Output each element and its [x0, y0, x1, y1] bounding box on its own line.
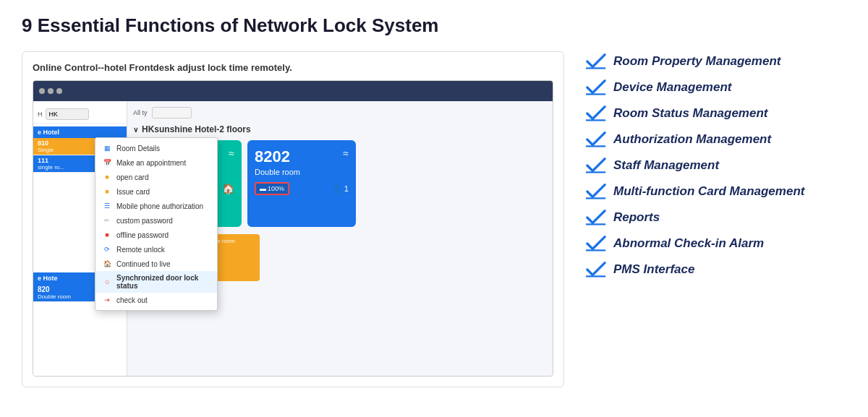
cm-room-details-icon: ▦ — [103, 144, 111, 152]
hotel-group-header-1: e Hotel — [33, 126, 127, 138]
feature-label-reports: Reports — [613, 210, 660, 225]
feature-reports: Reports — [586, 207, 846, 228]
left-panel: Online Control--hotel Frontdesk adjust l… — [22, 51, 564, 387]
hotel-sidebar: H e Hotel 810 Single 111 single ro... — [33, 101, 127, 376]
checkmark-icon-room-status — [586, 103, 606, 124]
hotel-main-area: H e Hotel 810 Single 111 single ro... — [33, 101, 553, 376]
feature-multifunction-card: Multi-function Card Management — [586, 181, 846, 202]
cm-checkout[interactable]: ⇥ check out — [95, 293, 217, 307]
feature-abnormal-checkin: Abnormal Check-in Alarm — [586, 233, 846, 254]
checkmark-icon-staff — [586, 155, 606, 176]
room-type-8202: Double room — [255, 168, 349, 176]
feature-label-abnormal: Abnormal Check-in Alarm — [613, 236, 764, 251]
feature-device: Device Management — [586, 77, 846, 98]
cm-continued-label: Continued to live — [116, 260, 171, 268]
cm-offline-pw-label: offline password — [116, 231, 169, 239]
home-icon-8201: 🏠 — [222, 183, 234, 194]
right-panel: Room Property Management Device Manageme… — [586, 51, 846, 280]
wifi-icon-8202: ≈ — [343, 147, 349, 159]
feature-list: Room Property Management Device Manageme… — [586, 51, 846, 280]
cm-continued-icon: 🏠 — [103, 259, 111, 268]
floor-header: ∨ HKsunshine Hotel-2 floors — [133, 124, 547, 134]
battery-pct-8202: 100% — [268, 185, 284, 192]
topbar-dot2 — [48, 88, 54, 94]
checkmark-icon-pms — [586, 259, 606, 280]
hotel-content-search[interactable] — [152, 107, 192, 119]
hotel-content-top: All ty — [133, 107, 547, 119]
cm-open-card-icon: ■ — [103, 173, 111, 181]
cm-issue-card-icon: ■ — [103, 187, 111, 196]
feature-pms: PMS Interface — [586, 259, 846, 280]
checkmark-icon-authorization — [586, 129, 606, 150]
cm-checkout-icon: ⇥ — [103, 296, 111, 304]
cm-offline-pw-icon: ■ — [103, 231, 111, 239]
checkmark-icon-device — [586, 77, 606, 98]
occupant-icon-8202: 👤 1 — [332, 184, 349, 194]
feature-staff: Staff Management — [586, 155, 846, 176]
feature-label-pms: PMS Interface — [613, 262, 694, 277]
cm-remote-label: Remote unlock — [116, 246, 165, 254]
cm-appointment-icon: 📅 — [103, 158, 111, 167]
cm-sync-label: Synchronized door lock status — [116, 274, 210, 290]
topbar-dot3 — [56, 88, 62, 94]
feature-room-status: Room Status Management — [586, 103, 846, 124]
floor-label: HKsunshine Hotel-2 floors — [142, 124, 251, 134]
cm-open-card[interactable]: ■ open card — [95, 170, 217, 184]
room-number-8202: 8202 — [255, 147, 349, 166]
cm-continued-live[interactable]: 🏠 Continued to live — [95, 257, 217, 271]
caption-suffix: --hotel Frontdesk adjust lock time remot… — [98, 62, 292, 73]
cm-checkout-label: check out — [116, 296, 148, 304]
cm-mobile-label: Mobile phone authorization — [116, 202, 203, 210]
cm-issue-card-label: Issue card — [116, 188, 150, 196]
page-title: 9 Essential Functions of Network Lock Sy… — [22, 14, 846, 37]
filter-label: All ty — [133, 109, 148, 116]
hotel-search-input[interactable] — [46, 108, 89, 120]
room-card-8202[interactable]: ≈ 8202 Double room ▬ 100% 👤 1 — [247, 140, 356, 227]
wifi-icon-8201: ≈ — [229, 147, 234, 159]
filter-prefix: H — [38, 111, 43, 118]
context-menu: ▦ Room Details 📅 Make an appointment ■ o… — [95, 137, 218, 311]
cm-issue-card[interactable]: ■ Issue card — [95, 184, 217, 199]
hotel-ui: H e Hotel 810 Single 111 single ro... — [33, 80, 553, 377]
cm-remote-unlock[interactable]: ⟳ Remote unlock — [95, 242, 217, 257]
feature-label-authorization: Authorization Management — [613, 132, 771, 147]
checkmark-icon-multifunction — [586, 181, 606, 202]
cm-custom-password[interactable]: ✏ custom password — [95, 213, 217, 228]
battery-8202: ▬ 100% — [255, 182, 289, 195]
battery-icon-8202: ▬ — [260, 185, 266, 192]
feature-label-room-property: Room Property Management — [613, 54, 780, 69]
room-footer-8202: ▬ 100% 👤 1 — [255, 182, 349, 195]
caption-prefix: Online Control — [33, 62, 98, 73]
cm-custom-pw-label: custom password — [116, 217, 173, 225]
cm-room-details[interactable]: ▦ Room Details — [95, 141, 217, 155]
feature-label-multifunction: Multi-function Card Management — [613, 184, 804, 199]
topbar-dot — [39, 88, 45, 94]
cm-make-appointment[interactable]: 📅 Make an appointment — [95, 155, 217, 170]
cm-room-details-label: Room Details — [116, 145, 160, 152]
feature-room-property: Room Property Management — [586, 51, 846, 72]
main-content: Online Control--hotel Frontdesk adjust l… — [22, 51, 846, 387]
cm-mobile-icon: ☰ — [103, 202, 111, 210]
checkmark-icon-room-property — [586, 51, 606, 72]
cm-offline-password[interactable]: ■ offline password — [95, 228, 217, 242]
hotel-filter-bar: H — [33, 106, 127, 124]
feature-label-staff: Staff Management — [613, 158, 719, 173]
feature-label-room-status: Room Status Management — [613, 106, 767, 121]
cm-remote-icon: ⟳ — [103, 245, 111, 254]
feature-label-device: Device Management — [613, 80, 731, 95]
caption: Online Control--hotel Frontdesk adjust l… — [33, 62, 553, 73]
checkmark-icon-reports — [586, 207, 606, 228]
cm-appointment-label: Make an appointment — [116, 159, 186, 167]
cm-custom-pw-icon: ✏ — [103, 216, 111, 225]
cm-sync-icon: ○ — [103, 278, 111, 286]
cm-sync-status[interactable]: ○ Synchronized door lock status — [95, 271, 217, 293]
cm-open-card-label: open card — [116, 173, 148, 181]
checkmark-icon-abnormal — [586, 233, 606, 254]
floor-chevron: ∨ — [133, 126, 138, 134]
cm-mobile-auth[interactable]: ☰ Mobile phone authorization — [95, 199, 217, 213]
hotel-topbar — [33, 81, 553, 101]
feature-authorization: Authorization Management — [586, 129, 846, 150]
